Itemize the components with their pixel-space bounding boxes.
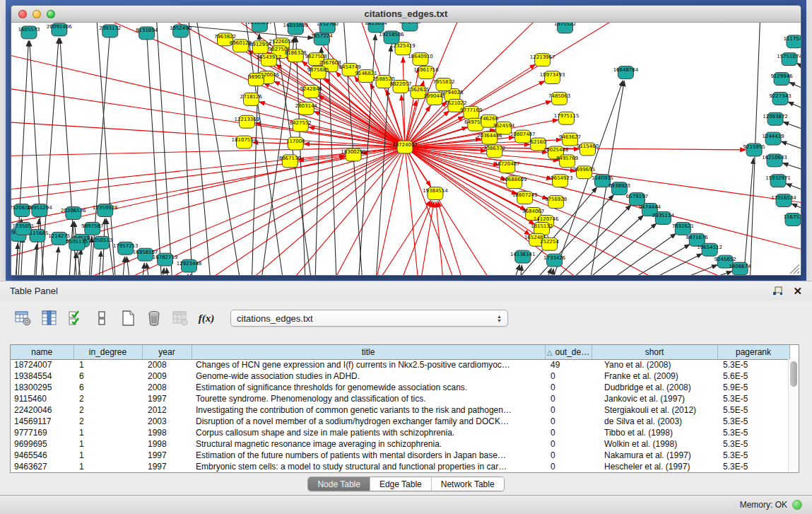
show-columns-icon[interactable] [40,309,59,327]
table-cell[interactable]: 9463627 [11,461,73,472]
table-cell[interactable]: 1997 [142,450,192,461]
network-graph-area[interactable]: 1872400718300295193845547963822896012889… [11,23,801,275]
resize-grip[interactable] [790,264,799,274]
table-cell[interactable]: Jankovic et al. (1997) [592,393,717,404]
graph-node[interactable]: 12923448 [177,259,202,272]
table-cell[interactable]: 0 [545,370,592,382]
graph-node[interactable]: 2718126 [240,93,262,105]
graph-node[interactable]: 15751074 [777,53,801,66]
table-cell[interactable]: 18724007 [11,359,73,370]
table-cell[interactable]: 2008 [142,382,192,393]
column-header-in_degree[interactable]: in_degree [73,345,142,359]
column-header-title[interactable]: title [192,345,545,359]
graph-node[interactable]: 9505135 [66,238,88,250]
graph-node[interactable]: 2935114 [652,212,675,225]
table-cell[interactable]: 1997 [142,393,192,404]
table-cell[interactable]: 0 [545,382,592,393]
graph-node[interactable]: 18107554 [232,136,257,148]
float-window-icon[interactable] [772,286,783,296]
table-cell[interactable]: 2012 [142,404,192,416]
graph-node[interactable]: 9756928 [545,196,567,209]
table-cell[interactable]: Franke et al. (2009) [592,370,717,382]
table-row[interactable]: 969969511998Structural magnetic resonanc… [11,438,789,450]
graph-node[interactable]: 116753 [784,213,801,226]
table-cell[interactable]: 1 [73,359,142,370]
table-cell[interactable]: Yano et al. (2008) [592,359,717,370]
graph-node[interactable]: 19654923 [548,175,573,187]
table-cell[interactable]: 5.3E-5 [717,359,789,370]
graph-node[interactable]: 1117543 [783,35,801,48]
table-cell[interactable]: 9115460 [11,393,73,404]
select-all-icon[interactable] [66,309,85,327]
graph-node[interactable]: 1152760 [317,23,339,33]
table-cell[interactable]: 1998 [142,438,192,450]
column-header-pagerank[interactable]: pagerank [717,345,789,359]
graph-node[interactable]: 8572306 [399,23,420,31]
table-cell[interactable]: Nakamura et al. (1997) [592,450,717,461]
table-cell[interactable]: 1 [73,450,142,461]
table-cell[interactable]: 9777169 [11,427,73,438]
column-header-out_de[interactable]: △out_de… [545,345,592,359]
graph-node[interactable]: 16033809 [283,23,309,35]
graph-node[interactable]: 17359928 [93,204,118,217]
graph-node[interactable]: 10553257 [247,23,273,32]
graph-node[interactable]: 8495769 [556,155,578,168]
table-scrollbar[interactable] [788,359,799,472]
table-cell[interactable]: Investigating the contribution of common… [192,404,545,416]
import-table-icon[interactable] [171,309,189,327]
graph-node[interactable]: 15932971 [765,175,791,187]
graph-node[interactable]: 9215955 [743,144,765,156]
table-cell[interactable]: 0 [545,393,592,404]
table-cell[interactable]: 6 [73,382,142,393]
graph-node[interactable]: 18951294 [27,204,52,217]
table-cell[interactable]: 0 [545,461,592,472]
graph-node[interactable]: 18640910 [408,53,433,66]
memory-ok-indicator[interactable] [792,500,802,510]
table-cell[interactable]: 18300295 [11,382,73,393]
table-row[interactable]: 1872400712008Changes of HCN gene express… [11,359,789,370]
table-cell[interactable]: 2 [73,393,142,404]
graph-node[interactable]: 8131054 [136,27,158,40]
tab-node-table[interactable]: Node Table [308,477,370,491]
graph-node[interactable]: 16782759 [153,253,178,266]
table-cell[interactable]: 0 [545,438,592,450]
graph-node[interactable]: 1952490 [170,25,192,37]
table-settings-icon[interactable] [14,309,33,327]
table-cell[interactable]: Hescheler et al. (1997) [592,461,717,472]
graph-node[interactable]: 7832621 [672,222,694,235]
graph-node[interactable]: 9115460 [577,143,599,156]
table-cell[interactable]: de Silva et al. (2003) [592,416,717,427]
graph-node[interactable]: 20091406 [47,23,72,36]
table-cell[interactable]: 19384554 [11,370,73,382]
graph-node[interactable]: 1975522 [554,23,576,33]
table-cell[interactable]: 2 [73,404,142,416]
graph-node[interactable]: 7955812 [433,78,454,91]
table-cell[interactable]: 5.3E-5 [717,416,789,427]
column-header-name[interactable]: name [11,345,73,359]
table-panel-titlebar[interactable]: Table Panel ✕ [0,281,812,300]
table-cell[interactable]: Estimation of significance thresholds fo… [192,382,545,393]
table-cell[interactable]: 49 [545,359,592,370]
table-cell[interactable]: Tibbo et al. (1998) [592,427,717,438]
table-row[interactable]: 1938455462009Genome-wide association stu… [11,370,789,382]
table-cell[interactable]: 1997 [142,461,192,472]
graph-node[interactable]: 8938923 [608,182,630,195]
graph-node[interactable]: 1350513 [90,236,112,249]
graph-node[interactable]: 12213967 [530,54,555,66]
new-table-icon[interactable] [119,309,137,327]
network-window[interactable]: citations_edges.txt 18724007183002951938… [11,5,801,276]
table-cell[interactable]: Disruption of a novel member of a sodium… [192,416,545,427]
table-cell[interactable]: 2008 [142,359,192,370]
table-cell[interactable]: Dudbridge et al. (2008) [592,382,717,393]
table-row[interactable]: 946554611997Estimation of the future num… [11,450,789,461]
table-cell[interactable]: 1 [73,461,142,472]
table-cell[interactable]: 5.6E-5 [717,370,789,382]
table-cell[interactable]: Tourette syndrome. Phenomenology and cla… [192,393,545,404]
graph-node[interactable]: 7857224 [311,33,334,45]
tab-network-table[interactable]: Network Table [431,477,504,491]
graph-node[interactable]: 1806674 [729,262,752,275]
column-header-short[interactable]: short [592,345,717,359]
table-cell[interactable]: 0 [545,416,592,427]
table-cell[interactable]: 0 [545,404,592,416]
table-cell[interactable]: 0 [545,450,592,461]
